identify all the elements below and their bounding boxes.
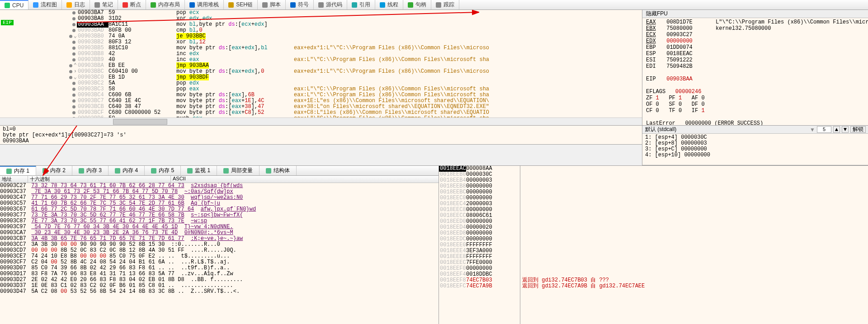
tab-refs[interactable]: 引用 [347, 0, 375, 9]
tab-symbols[interactable]: 符号 [286, 0, 314, 9]
dump-body[interactable]: 00903C27 73 32 78 73 64 73 61 71 60 7B 6… [0, 183, 439, 324]
breakpoint-dot[interactable] [69, 64, 72, 67]
comment: eax:L"\"C:\\Program Files (x86)\\Common … [294, 86, 642, 92]
memory-icon [187, 168, 193, 174]
tab-script[interactable]: 脚本 [258, 0, 286, 9]
callconv-label[interactable]: 默认 (stdcall) [645, 126, 676, 133]
breakpoint-dot[interactable] [72, 47, 75, 50]
bytes: 5A [108, 80, 176, 86]
breakpoint-dot[interactable] [72, 29, 75, 32]
call-comment [522, 189, 868, 195]
breakpoint-dot[interactable] [72, 58, 75, 61]
tab-notes[interactable]: 笔记 [90, 0, 118, 9]
breakpoint-dot[interactable] [72, 17, 75, 20]
comment: eax+1E:L"es (x86)\\Common Files\\microso… [294, 98, 642, 104]
breakpoint-dot[interactable] [72, 105, 75, 108]
tab-label: CPU [12, 2, 24, 9]
breakpoint-dot[interactable] [72, 11, 75, 14]
call-comment: 返回到 gdi32.74EC7A9B 自 gdi32.74EC7AEE [522, 283, 868, 289]
comment: eax:L"\"C:\\Program Files (x86)\\Common … [294, 57, 642, 63]
tab-label: 断点 [130, 1, 141, 9]
comment [294, 75, 642, 80]
dumptab-m5[interactable]: 内存 5 [145, 166, 181, 175]
breakpoint-dot[interactable] [72, 23, 75, 26]
main-toolbar: CPU流程图日志笔记断点内存布局调用堆栈SEH链脚本符号源代码引用线程句柄跟踪 [0, 0, 868, 10]
breakpoint-dot[interactable] [72, 82, 75, 85]
breakpoint-dot[interactable] [72, 41, 75, 44]
tab-trace[interactable]: 跟踪 [431, 0, 459, 9]
breakpoint-dot[interactable] [69, 70, 72, 73]
comment [294, 33, 642, 39]
breakpoint-dot[interactable] [72, 99, 75, 103]
calls-panel[interactable]: 返回到 gdi32.74EC7B03 自 ???返回到 gdi32.74EC7A… [520, 166, 868, 324]
notes-icon [94, 2, 100, 8]
dumptab-m4[interactable]: 内存 4 [108, 166, 145, 175]
comment: eax+edx*1:L"\"C:\\Program Files (x86)\\C… [294, 69, 642, 75]
stack-row[interactable]: 0018EEFC74EC7A9B [439, 283, 520, 289]
tab-seh[interactable]: SEH链 [224, 0, 258, 9]
dump-tabs: 内存 1内存 2内存 3内存 4内存 5监视 1局部变量结构体 [0, 166, 439, 176]
disassembly-panel[interactable]: EIP 00903BA7 59pop ecx00903BA8 31D2xor e… [0, 10, 642, 125]
breakpoint-dot[interactable] [72, 111, 75, 114]
disasm-hscroll[interactable] [0, 117, 642, 125]
dumptab-m3[interactable]: 内存 3 [72, 166, 108, 175]
tab-cpu[interactable]: CPU [0, 0, 28, 9]
dump-row[interactable]: 00903D47 5A C2 08 00 53 52 56 8B 54 24 1… [0, 289, 439, 295]
argcount-down[interactable]: ▼ [842, 126, 849, 133]
comment [294, 10, 642, 16]
col-hex[interactable]: 十六进制 [28, 176, 171, 183]
registers-panel[interactable]: 隐藏FPU EAX 008D1D7E L"\"C:\\Program Files… [642, 10, 868, 125]
stack-convention-bar: 默认 (stdcall) ▼ 5 ▲ ▼ 解锁 [642, 126, 868, 134]
memory-icon [151, 168, 156, 174]
dumptab-m1[interactable]: 内存 1 [0, 166, 36, 175]
stack-panel[interactable]: 0018EEAC000008AA0018EEB00000030C0018EEB4… [439, 166, 520, 324]
tab-memmap[interactable]: 内存布局 [146, 0, 185, 9]
col-ascii[interactable]: ASCII [171, 176, 186, 183]
call-comment [522, 213, 868, 219]
breakpoint-dot[interactable] [69, 35, 72, 38]
call-comment [522, 242, 868, 248]
tab-threads[interactable]: 线程 [375, 0, 403, 9]
breakpoint-dot[interactable] [72, 94, 75, 97]
call-comment [522, 225, 868, 230]
memory-icon [6, 169, 12, 174]
call-comment [522, 183, 868, 189]
tab-label: 流程图 [41, 1, 57, 9]
source-icon [318, 2, 324, 8]
dumptab-lv[interactable]: 局部变量 [217, 166, 259, 175]
tab-bp[interactable]: 断点 [118, 0, 146, 9]
dumptab-st[interactable]: 结构体 [259, 166, 297, 175]
stack-args[interactable]: 1: [esp+4] 0000030C2: [esp+8] 000000033:… [642, 134, 868, 165]
breakpoint-dot[interactable] [72, 117, 75, 117]
eip-indicator: EIP [1, 20, 14, 25]
expression-bar[interactable]: bl=0byte ptr [ecx+edx*1]=[00903C27]=73 '… [0, 126, 642, 145]
tab-label: 线程 [387, 1, 398, 9]
argcount-up[interactable]: ▲ [833, 126, 840, 133]
bytes: 42 [108, 51, 176, 57]
tab-callstack[interactable]: 调用堆栈 [185, 0, 224, 9]
lock-button[interactable]: 解锁 [850, 126, 866, 133]
tab-log[interactable]: 日志 [62, 0, 90, 9]
tab-label: 脚本 [270, 1, 281, 9]
memory-icon [223, 168, 229, 174]
trace-icon [436, 2, 441, 8]
comment: eax:L"\"C:\\Program Files (x86)\\Common … [294, 92, 642, 98]
comment: eax+38:L"on Files\\microsoft shared\\EQU… [294, 104, 642, 110]
call-comment [522, 254, 868, 260]
dumptab-m2[interactable]: 内存 2 [36, 166, 72, 175]
col-address[interactable]: 地址 [0, 176, 28, 183]
argcount-spin[interactable]: 5 [817, 126, 831, 133]
tab-label: 笔记 [102, 1, 113, 9]
tab-source[interactable]: 源代码 [314, 0, 347, 9]
comment: eax+edx*1:L"\"C:\\Program Files (x86)\\C… [294, 45, 642, 51]
call-comment [522, 219, 868, 225]
symbols-icon [290, 2, 296, 8]
regs-fpu-toggle[interactable]: 隐藏FPU [646, 10, 668, 18]
breakpoint-dot[interactable] [72, 52, 75, 56]
breakpoint-dot[interactable] [69, 76, 72, 79]
breakpoint-dot[interactable] [72, 88, 75, 91]
tab-flow[interactable]: 流程图 [28, 0, 62, 9]
dump-panel: 内存 1内存 2内存 3内存 4内存 5监视 1局部变量结构体 地址 十六进制 … [0, 166, 439, 324]
dumptab-w1[interactable]: 监视 1 [181, 166, 217, 175]
tab-handles[interactable]: 句柄 [403, 0, 431, 9]
